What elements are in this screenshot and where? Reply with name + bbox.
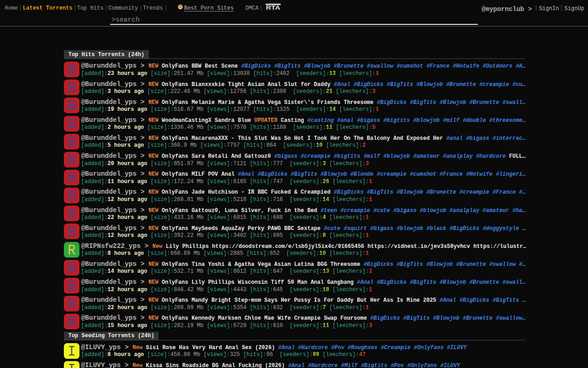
svg-text:RTA: RTA [266,4,281,10]
